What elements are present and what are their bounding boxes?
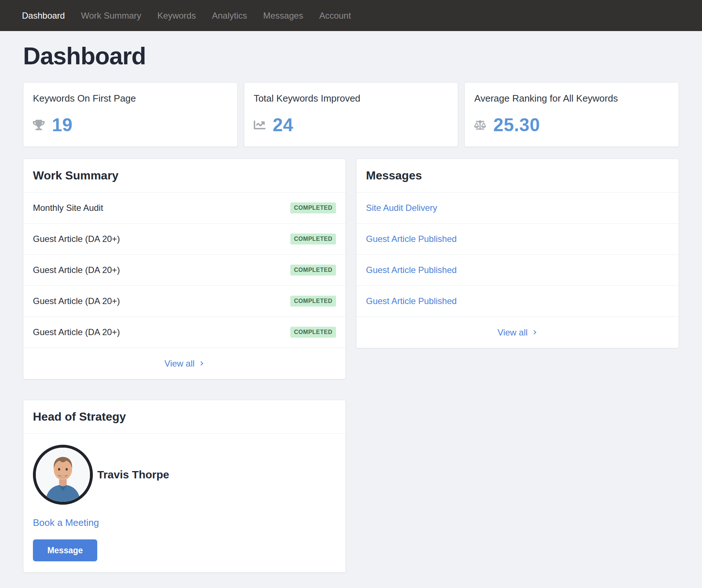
left-column: Work Summary Monthly Site Audit COMPLETE… — [23, 159, 346, 573]
stat-card-keywords-first-page: Keywords On First Page 19 — [23, 82, 238, 147]
stat-label: Keywords On First Page — [33, 93, 228, 104]
balance-scale-icon — [474, 119, 486, 131]
work-summary-card: Work Summary Monthly Site Audit COMPLETE… — [23, 159, 346, 379]
messages-title: Messages — [366, 169, 422, 182]
nav-item-analytics[interactable]: Analytics — [212, 11, 247, 21]
status-badge: COMPLETED — [290, 296, 336, 307]
nav-item-keywords[interactable]: Keywords — [157, 11, 196, 21]
work-summary-row: Guest Article (DA 20+) COMPLETED — [23, 224, 346, 255]
message-row: Guest Article Published — [356, 255, 679, 286]
nav-item-messages[interactable]: Messages — [263, 11, 303, 21]
message-button[interactable]: Message — [33, 539, 97, 561]
message-row: Guest Article Published — [356, 286, 679, 317]
message-link[interactable]: Guest Article Published — [366, 265, 457, 275]
stat-label: Average Ranking for All Keywords — [474, 93, 669, 104]
status-badge: COMPLETED — [290, 202, 336, 213]
nav-item-dashboard[interactable]: Dashboard — [22, 11, 65, 21]
message-row: Site Audit Delivery — [356, 193, 679, 224]
work-summary-row: Guest Article (DA 20+) COMPLETED — [23, 286, 346, 317]
messages-header: Messages — [356, 159, 679, 193]
head-of-strategy-title: Head of Strategy — [33, 410, 126, 424]
right-column: Messages Site Audit Delivery Guest Artic… — [356, 159, 679, 348]
stat-value: 24 — [273, 114, 294, 136]
trophy-icon — [33, 119, 45, 131]
work-summary-header: Work Summary — [23, 159, 346, 193]
status-badge: COMPLETED — [290, 265, 336, 276]
message-link[interactable]: Guest Article Published — [366, 296, 457, 306]
stat-label: Total Keywords Improved — [254, 93, 449, 104]
task-label: Guest Article (DA 20+) — [33, 234, 120, 244]
message-link[interactable]: Site Audit Delivery — [366, 203, 437, 213]
status-badge: COMPLETED — [290, 234, 336, 244]
task-label: Guest Article (DA 20+) — [33, 296, 120, 306]
messages-card: Messages Site Audit Delivery Guest Artic… — [356, 159, 679, 348]
messages-view-all-link[interactable]: View all — [356, 317, 679, 348]
strategist-name: Travis Thorpe — [97, 468, 169, 481]
top-navigation: Dashboard Work Summary Keywords Analytic… — [0, 0, 702, 31]
head-of-strategy-card: Head of Strategy — [23, 400, 346, 573]
head-of-strategy-header: Head of Strategy — [23, 400, 346, 434]
stat-card-average-ranking: Average Ranking for All Keywords 25.30 — [464, 82, 679, 147]
chart-line-icon — [254, 119, 265, 131]
chevron-right-icon — [199, 361, 204, 366]
work-summary-view-all-link[interactable]: View all — [23, 348, 346, 379]
view-all-label: View all — [498, 327, 528, 338]
person-portrait-illustration — [36, 448, 90, 502]
chevron-right-icon — [532, 330, 537, 335]
work-summary-row: Guest Article (DA 20+) COMPLETED — [23, 255, 346, 286]
book-a-meeting-link[interactable]: Book a Meeting — [33, 517, 99, 528]
task-label: Monthly Site Audit — [33, 203, 103, 213]
head-of-strategy-body: Travis Thorpe Book a Meeting Message — [23, 434, 346, 572]
page-title: Dashboard — [23, 42, 679, 70]
stat-value: 19 — [52, 114, 73, 136]
work-summary-title: Work Summary — [33, 169, 118, 182]
work-summary-row: Monthly Site Audit COMPLETED — [23, 193, 346, 224]
view-all-label: View all — [165, 359, 195, 369]
avatar — [33, 445, 93, 505]
stat-value: 25.30 — [493, 114, 540, 136]
task-label: Guest Article (DA 20+) — [33, 265, 120, 275]
status-badge: COMPLETED — [290, 327, 336, 338]
message-link[interactable]: Guest Article Published — [366, 234, 457, 244]
task-label: Guest Article (DA 20+) — [33, 327, 120, 337]
stat-card-keywords-improved: Total Keywords Improved 24 — [244, 82, 458, 147]
nav-item-account[interactable]: Account — [319, 11, 351, 21]
stats-row: Keywords On First Page 19 Total Keywords… — [23, 82, 679, 147]
message-row: Guest Article Published — [356, 224, 679, 255]
work-summary-row: Guest Article (DA 20+) COMPLETED — [23, 317, 346, 348]
nav-item-work-summary[interactable]: Work Summary — [81, 11, 141, 21]
page-container: Dashboard Keywords On First Page 19 Tota… — [0, 42, 702, 573]
